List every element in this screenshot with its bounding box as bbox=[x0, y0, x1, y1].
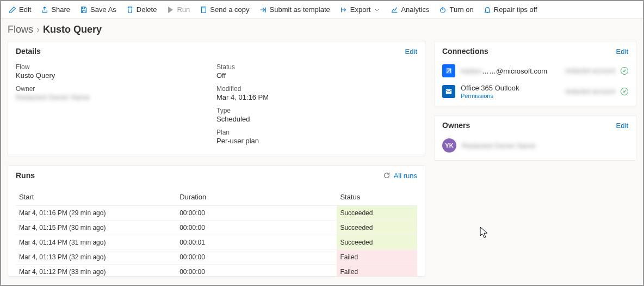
breadcrumb-root[interactable]: Flows bbox=[8, 24, 33, 35]
connection-account: redacted account bbox=[565, 67, 615, 75]
export-label: Export bbox=[350, 5, 371, 14]
details-card: Details Edit Flow Kusto Query Owner Reda… bbox=[8, 41, 425, 156]
run-duration: 00:00:00 bbox=[176, 206, 337, 221]
share-icon bbox=[41, 6, 48, 14]
modified-label: Modified bbox=[216, 85, 417, 93]
turnon-button[interactable]: Turn on bbox=[435, 4, 478, 15]
sendcopy-label: Send a copy bbox=[210, 5, 249, 14]
run-start: Mar 4, 01:14 PM (31 min ago) bbox=[16, 235, 176, 250]
flow-label: Flow bbox=[16, 63, 216, 71]
table-row[interactable]: Mar 4, 01:14 PM (31 min ago)00:00:01Succ… bbox=[16, 235, 417, 250]
analytics-icon bbox=[391, 6, 398, 14]
connections-card: Connections Edit hidden……@microsoft.comr… bbox=[434, 41, 636, 106]
edit-button[interactable]: Edit bbox=[4, 4, 35, 15]
azure-data-explorer-icon bbox=[442, 64, 455, 77]
modified-value: Mar 4, 01:16 PM bbox=[216, 93, 417, 101]
table-row[interactable]: Mar 4, 01:15 PM (30 min ago)00:00:00Succ… bbox=[16, 221, 417, 235]
run-start: Mar 4, 01:12 PM (33 min ago) bbox=[16, 265, 176, 277]
run-duration: 00:00:00 bbox=[176, 265, 337, 277]
connections-edit-link[interactable]: Edit bbox=[616, 47, 628, 56]
status-label: Status bbox=[216, 63, 417, 71]
analytics-button[interactable]: Analytics bbox=[386, 4, 434, 15]
col-status: Status bbox=[337, 188, 417, 206]
submit-icon bbox=[259, 6, 267, 14]
all-runs-label: All runs bbox=[394, 172, 417, 180]
status-ok-icon bbox=[621, 88, 628, 95]
status-ok-icon bbox=[621, 67, 628, 75]
connection-name: Office 365 Outlook bbox=[461, 84, 560, 92]
outlook-icon bbox=[442, 85, 455, 98]
run-duration: 00:00:00 bbox=[176, 250, 337, 265]
pencil-icon bbox=[9, 6, 16, 14]
submit-template-button[interactable]: Submit as template bbox=[255, 4, 335, 15]
save-icon bbox=[80, 6, 88, 14]
flow-value: Kusto Query bbox=[16, 71, 216, 80]
run-duration: 00:00:01 bbox=[176, 235, 337, 250]
run-status: Failed bbox=[337, 265, 417, 277]
status-value: Off bbox=[216, 71, 417, 80]
connection-name: hidden……@microsoft.com bbox=[461, 67, 560, 75]
runs-title: Runs bbox=[16, 171, 35, 180]
plan-value: Per-user plan bbox=[216, 137, 417, 145]
refresh-icon bbox=[383, 172, 391, 179]
repairtips-button[interactable]: Repair tips off bbox=[479, 4, 542, 15]
details-edit-link[interactable]: Edit bbox=[405, 47, 417, 56]
connection-permissions-link[interactable]: Permissions bbox=[461, 93, 560, 99]
chevron-down-icon bbox=[373, 6, 381, 14]
delete-button[interactable]: Delete bbox=[122, 4, 162, 15]
table-row[interactable]: Mar 4, 01:12 PM (33 min ago)00:00:00Fail… bbox=[16, 265, 417, 277]
owner-avatar: YK bbox=[442, 138, 456, 153]
connection-row[interactable]: hidden……@microsoft.comredacted account bbox=[435, 61, 636, 81]
run-start: Mar 4, 01:13 PM (32 min ago) bbox=[16, 250, 176, 265]
run-status: Failed bbox=[337, 250, 417, 265]
saveas-label: Save As bbox=[90, 5, 116, 14]
owner-value: Redacted Owner Name bbox=[16, 93, 216, 101]
breadcrumb: Flows › Kusto Query bbox=[1, 19, 643, 41]
run-status: Succeeded bbox=[337, 221, 417, 235]
share-label: Share bbox=[51, 5, 70, 14]
breadcrumb-current: Kusto Query bbox=[43, 24, 102, 35]
run-status: Succeeded bbox=[337, 235, 417, 250]
delete-label: Delete bbox=[137, 5, 157, 14]
saveas-button[interactable]: Save As bbox=[76, 4, 121, 15]
chevron-right-icon: › bbox=[36, 24, 40, 35]
play-icon bbox=[166, 6, 174, 14]
type-label: Type bbox=[216, 107, 417, 114]
plan-label: Plan bbox=[216, 129, 417, 136]
run-start: Mar 4, 01:15 PM (30 min ago) bbox=[16, 221, 176, 235]
bell-icon bbox=[484, 6, 491, 14]
table-row[interactable]: Mar 4, 01:13 PM (32 min ago)00:00:00Fail… bbox=[16, 250, 417, 265]
sendcopy-button[interactable]: Send a copy bbox=[195, 4, 253, 15]
owner-label: Owner bbox=[16, 85, 216, 93]
trash-icon bbox=[126, 6, 134, 14]
all-runs-link[interactable]: All runs bbox=[383, 172, 417, 180]
svg-rect-0 bbox=[202, 8, 206, 13]
power-icon bbox=[439, 6, 447, 14]
analytics-label: Analytics bbox=[401, 5, 429, 14]
repairtips-label: Repair tips off bbox=[494, 5, 537, 14]
col-start: Start bbox=[16, 188, 176, 206]
run-label: Run bbox=[177, 5, 190, 14]
submit-template-label: Submit as template bbox=[270, 5, 330, 14]
owners-title: Owners bbox=[442, 121, 470, 130]
turnon-label: Turn on bbox=[449, 5, 473, 14]
owners-edit-link[interactable]: Edit bbox=[616, 121, 628, 130]
runs-table: Start Duration Status Mar 4, 01:16 PM (2… bbox=[16, 188, 417, 277]
connections-title: Connections bbox=[442, 47, 488, 56]
connection-row[interactable]: Office 365 OutlookPermissionsredacted ac… bbox=[435, 81, 636, 102]
col-duration: Duration bbox=[176, 188, 337, 206]
run-status: Succeeded bbox=[337, 206, 417, 221]
connection-account: redacted account bbox=[565, 88, 615, 95]
owner-name: Redacted Owner Name bbox=[462, 142, 536, 150]
export-icon bbox=[340, 6, 348, 14]
run-duration: 00:00:00 bbox=[176, 221, 337, 235]
command-bar: Edit Share Save As Delete Run Send a cop… bbox=[1, 1, 643, 19]
runs-card: Runs All runs Start Duration Status Mar … bbox=[8, 165, 425, 277]
type-value: Scheduled bbox=[216, 115, 417, 123]
details-title: Details bbox=[16, 47, 41, 56]
run-start: Mar 4, 01:16 PM (29 min ago) bbox=[16, 206, 176, 221]
export-button[interactable]: Export bbox=[336, 4, 386, 15]
share-button[interactable]: Share bbox=[36, 4, 75, 15]
svg-rect-3 bbox=[446, 89, 452, 94]
table-row[interactable]: Mar 4, 01:16 PM (29 min ago)00:00:00Succ… bbox=[16, 206, 417, 221]
